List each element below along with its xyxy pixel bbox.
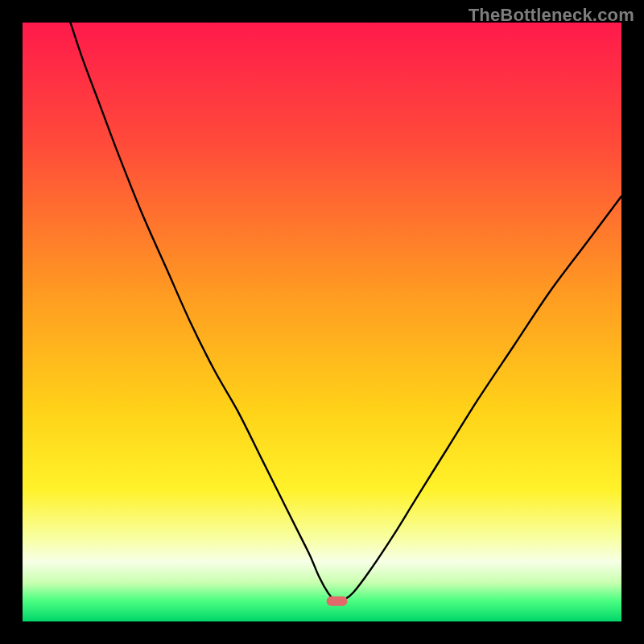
plot-svg <box>23 23 621 621</box>
plot-area <box>23 23 621 621</box>
watermark-text: TheBottleneck.com <box>469 5 634 26</box>
chart-frame: TheBottleneck.com <box>0 0 644 644</box>
gradient-background <box>23 23 621 621</box>
optimum-marker <box>327 597 348 606</box>
